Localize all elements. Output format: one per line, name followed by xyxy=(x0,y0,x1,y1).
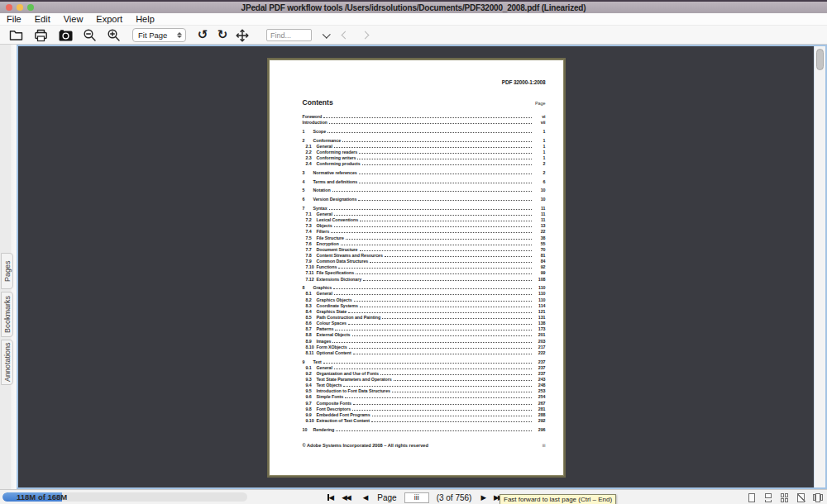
menubar: File Edit View Export Help xyxy=(0,13,827,25)
menu-file[interactable]: File xyxy=(7,14,22,24)
minimize-window-button[interactable] xyxy=(17,4,23,11)
toc-row: 1Scope1 xyxy=(303,129,546,135)
toolbar: Fit Page ↺ ↻ xyxy=(0,25,827,45)
page-layout-modes xyxy=(746,490,823,504)
snapshot-button[interactable] xyxy=(58,27,73,43)
find-input[interactable] xyxy=(266,29,312,41)
folio-number: iii xyxy=(543,443,546,448)
toc-row: 7.4Filters22 xyxy=(303,229,546,235)
toc-row: 5Notation10 xyxy=(303,188,546,193)
toc-row: Introductionvii xyxy=(303,120,546,126)
toc-row: 7.10Functions92 xyxy=(303,264,546,270)
printer-icon xyxy=(34,29,48,42)
next-page-button[interactable]: ▶ xyxy=(480,494,486,502)
window-title: JPedal PDF workflow tools /Users/idrsolu… xyxy=(241,3,586,12)
toc-row: 8.11Optional Content222 xyxy=(303,350,546,356)
toc-row: 8.10Form XObjects217 xyxy=(303,345,546,350)
titlebar: JPedal PDF workflow tools /Users/idrsolu… xyxy=(0,0,827,13)
first-page-button[interactable]: ◀ xyxy=(327,494,334,502)
facing-mode-button[interactable] xyxy=(796,492,806,503)
pageflow-mode-button[interactable] xyxy=(812,492,823,503)
nav-forward-button[interactable] xyxy=(359,27,370,43)
rotate-ccw-button[interactable]: ↺ xyxy=(195,27,210,43)
toc-row: 7.3Objects13 xyxy=(303,223,546,229)
toc: ForewordviIntroductionvii1Scope12Conform… xyxy=(303,114,546,433)
pan-tool-button[interactable] xyxy=(235,27,250,43)
contents-heading: Contents xyxy=(303,98,333,107)
app-window: JPedal PDF workflow tools /Users/idrsolu… xyxy=(0,0,827,504)
page-count: (3 of 756) xyxy=(437,493,472,502)
document-scrollpane: PDF 32000-1:2008 Contents Page Forewordv… xyxy=(17,45,827,489)
toc-row: 7.7Document Structure70 xyxy=(303,247,546,253)
toc-row: 7.12Extensions Dictionary108 xyxy=(303,277,546,283)
previous-page-icon: ◀ xyxy=(363,494,369,502)
toc-row: 8.8External Objects201 xyxy=(303,332,546,338)
pan-icon xyxy=(236,29,249,42)
zoom-out-icon xyxy=(83,28,97,42)
toc-row: 9Text237 xyxy=(303,359,546,365)
sidebar-tab-annotations[interactable]: Annotations xyxy=(1,340,13,385)
toc-row: 2.4Conforming products2 xyxy=(303,161,546,167)
traffic-lights xyxy=(6,2,34,13)
toc-row: 9.5Introduction to Font Data Structures2… xyxy=(303,388,546,394)
menu-help[interactable]: Help xyxy=(136,14,155,24)
sidebar-tab-bookmarks[interactable]: Bookmarks xyxy=(1,292,13,337)
rotate-cw-button[interactable]: ↻ xyxy=(215,27,230,43)
menu-edit[interactable]: Edit xyxy=(35,14,50,24)
toc-row: 9.3Text State Parameters and Operators24… xyxy=(303,377,546,383)
zoom-in-icon xyxy=(107,28,121,42)
previous-page-button[interactable]: ◀ xyxy=(363,494,369,502)
print-button[interactable] xyxy=(33,27,48,43)
menu-view[interactable]: View xyxy=(64,14,84,24)
zoom-out-button[interactable] xyxy=(82,27,98,43)
close-window-button[interactable] xyxy=(6,4,12,11)
pdf-page: PDF 32000-1:2008 Contents Page Forewordv… xyxy=(267,58,566,478)
toc-row: 8.4Graphics State121 xyxy=(303,309,546,315)
toc-row: 2.1General1 xyxy=(303,144,546,150)
statusbar: 118M of 168M ◀ ◀◀ ◀ Page (3 of 756) ▶ ▶▶… xyxy=(0,489,827,504)
toc-row: 4Terms and definitions6 xyxy=(303,179,546,185)
toc-row: 7.5File Structure38 xyxy=(303,235,546,241)
toc-row: 7Syntax11 xyxy=(303,206,546,212)
open-file-button[interactable] xyxy=(8,27,23,43)
rotate-ccw-icon: ↺ xyxy=(198,29,208,41)
scrollbar-thumb[interactable] xyxy=(816,49,824,70)
toc-row: 7.1General11 xyxy=(303,212,546,217)
continuous-facing-mode-button[interactable] xyxy=(779,492,790,503)
toc-row: 7.9Common Data Structures84 xyxy=(303,259,546,264)
toc-row: 9.6Simple Fonts254 xyxy=(303,394,546,400)
toc-row: 9.8Font Descriptors281 xyxy=(303,407,546,412)
toc-row: 2.2Conforming readers1 xyxy=(303,150,546,155)
chevron-right-icon xyxy=(361,31,369,40)
page-number-input[interactable] xyxy=(404,492,429,503)
back-10-pages-button[interactable]: ◀◀ xyxy=(342,494,351,502)
find-options-button[interactable] xyxy=(321,27,332,43)
toc-row: 10Rendering296 xyxy=(303,427,546,433)
toc-row: 7.8Content Streams and Resources81 xyxy=(303,253,546,259)
rotate-cw-icon: ↻ xyxy=(218,29,228,41)
toc-row: 8.6Colour Spaces138 xyxy=(303,321,546,326)
zoom-in-button[interactable] xyxy=(106,27,122,43)
continuous-icon xyxy=(765,493,772,502)
fit-mode-value: Fit Page xyxy=(138,31,174,40)
single-page-mode-button[interactable] xyxy=(746,492,757,503)
toc-row: Forewordvi xyxy=(303,114,546,120)
single-page-icon xyxy=(748,493,755,502)
open-folder-icon xyxy=(9,29,23,41)
toc-row: 8.5Path Construction and Painting131 xyxy=(303,315,546,321)
fit-mode-select[interactable]: Fit Page xyxy=(132,28,186,42)
facing-icon xyxy=(797,493,805,502)
toc-row: 8.3Coordinate Systems114 xyxy=(303,303,546,309)
zoom-window-button[interactable] xyxy=(27,4,34,11)
camera-icon xyxy=(59,30,73,41)
sidebar-tab-pages[interactable]: Pages xyxy=(1,253,13,289)
toc-row: 9.1General237 xyxy=(303,365,546,371)
vertical-scrollbar[interactable] xyxy=(814,46,825,487)
document-viewport[interactable]: PDF 32000-1:2008 Contents Page Forewordv… xyxy=(18,46,814,487)
nav-back-button[interactable] xyxy=(339,27,351,43)
toc-row: 7.2Lexical Conventions11 xyxy=(303,217,546,223)
toc-row: 2Conformance1 xyxy=(303,138,546,144)
toc-row: 9.10Extraction of Text Content292 xyxy=(303,418,546,424)
menu-export[interactable]: Export xyxy=(96,14,122,24)
continuous-mode-button[interactable] xyxy=(762,492,773,503)
